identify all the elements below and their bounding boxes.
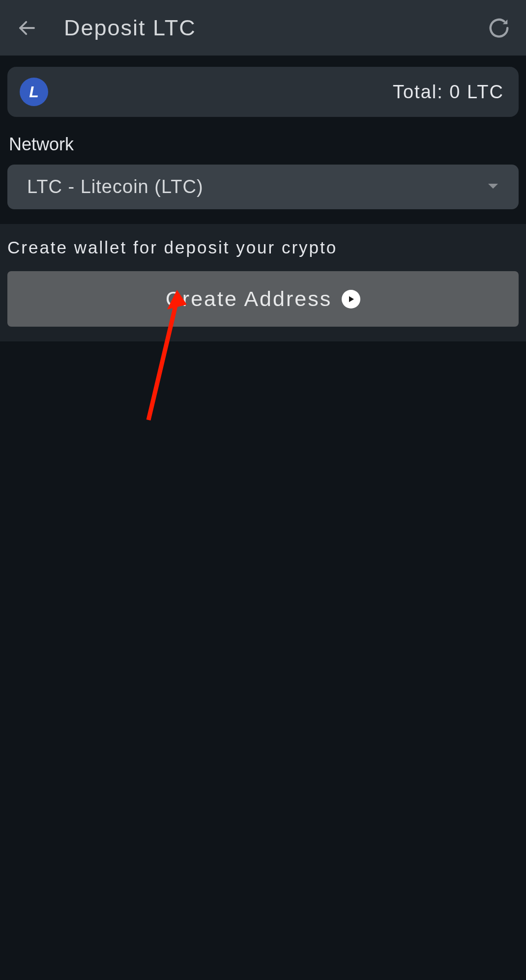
create-address-label: Create Address xyxy=(166,287,332,311)
play-circle-icon xyxy=(342,290,360,308)
svg-marker-1 xyxy=(488,184,498,189)
network-label: Network xyxy=(7,134,519,155)
back-button[interactable] xyxy=(15,16,39,40)
create-wallet-description: Create wallet for deposit your crypto xyxy=(7,238,519,257)
svg-marker-2 xyxy=(349,296,354,302)
litecoin-icon: L xyxy=(20,78,48,106)
create-address-button[interactable]: Create Address xyxy=(7,271,519,327)
main-content: L Total: 0 LTC Network LTC - Litecoin (L… xyxy=(0,56,526,341)
page-title: Deposit LTC xyxy=(64,15,196,41)
network-selected-value: LTC - Litecoin (LTC) xyxy=(27,176,204,197)
app-header: Deposit LTC xyxy=(0,0,526,56)
create-wallet-section: Create wallet for deposit your crypto Cr… xyxy=(0,224,526,341)
balance-total: Total: 0 LTC xyxy=(393,82,504,103)
network-select[interactable]: LTC - Litecoin (LTC) xyxy=(7,165,519,209)
refresh-button[interactable] xyxy=(487,16,511,40)
chevron-down-icon xyxy=(487,183,499,192)
arrow-left-icon xyxy=(17,18,37,38)
coin-symbol: L xyxy=(29,83,39,101)
balance-card: L Total: 0 LTC xyxy=(7,67,519,117)
refresh-icon xyxy=(488,17,510,39)
